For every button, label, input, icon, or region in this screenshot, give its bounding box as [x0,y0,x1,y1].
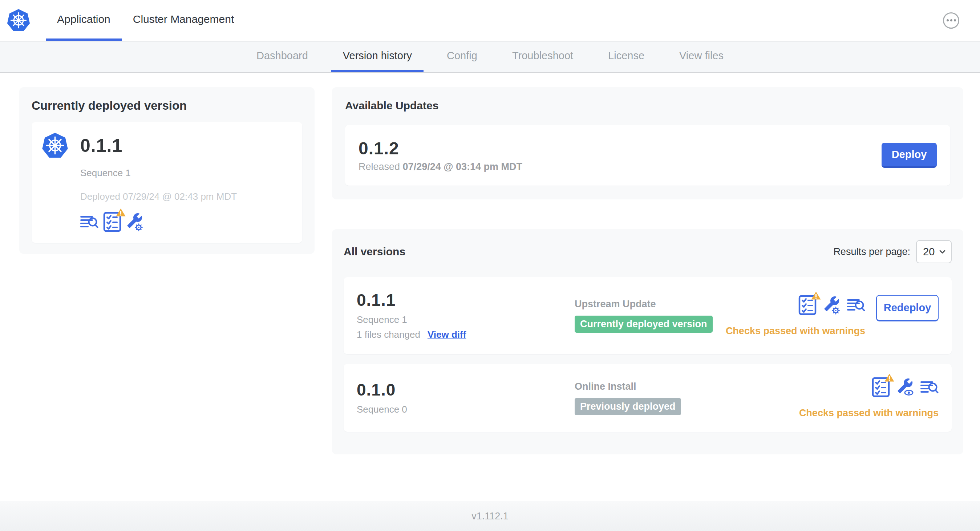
version-source-label: Upstream Update [574,299,726,310]
console-version: v1.112.1 [471,511,509,522]
current-deployed-timestamp: Deployed 07/29/24 @ 02:43 pm MDT [80,191,293,202]
view-diff-link[interactable]: View diff [428,329,466,340]
all-versions-panel: All versions Results per page: 20 0.1.1 … [332,229,963,455]
status-badge-previously-deployed: Previously deployed [574,398,681,415]
redeploy-button[interactable]: Redeploy [876,295,939,321]
version-row: 0.1.1 Sequence 1 1 files changed View di… [344,277,952,354]
preflight-warning-icon [116,208,126,217]
tab-application-label: Application [57,13,110,25]
tab-dashboard-label: Dashboard [256,50,308,62]
deploy-button[interactable]: Deploy [881,143,937,168]
ellipsis-icon [947,19,949,21]
update-version-number: 0.1.2 [358,138,522,158]
edit-config-icon[interactable] [823,295,840,316]
preflight-checks-icon[interactable] [799,295,816,317]
row-version-number: 0.1.1 [357,291,574,309]
row-sequence: Sequence 0 [357,404,574,415]
tab-config[interactable]: Config [435,41,489,72]
currently-deployed-panel: Currently deployed version 0.1.1 Sequenc… [19,87,315,254]
chevron-down-icon [939,250,945,254]
more-menu-button[interactable] [943,12,959,29]
tab-view-files-label: View files [679,50,724,62]
deploy-logs-icon[interactable] [847,299,865,313]
version-row: 0.1.0 Sequence 0 Online Install Previous… [344,364,952,432]
app-kubernetes-icon [41,132,68,159]
app-sub-nav: Dashboard Version history Config Trouble… [0,41,980,73]
files-changed-text: 1 files changed [357,329,420,340]
preflight-checks-status: Checks passed with warnings [799,407,939,419]
released-date: 07/29/24 @ 03:14 pm MDT [403,161,522,172]
topbar-spacer [245,0,943,41]
view-config-icon[interactable] [896,377,914,398]
available-updates-panel: Available Updates 0.1.2 Released 07/29/2… [332,87,963,199]
available-update-card: 0.1.2 Released 07/29/24 @ 03:14 pm MDT D… [345,125,950,186]
right-column: Available Updates 0.1.2 Released 07/29/2… [332,87,963,455]
tab-dashboard[interactable]: Dashboard [245,41,320,72]
main-content: Currently deployed version 0.1.1 Sequenc… [19,87,963,455]
current-version-number: 0.1.1 [80,135,123,156]
current-sequence: Sequence 1 [80,167,293,179]
preflight-warning-icon [811,291,821,300]
available-updates-title: Available Updates [345,100,950,112]
currently-deployed-card: 0.1.1 Sequence 1 Deployed 07/29/24 @ 02:… [32,122,302,243]
preflight-checks-status: Checks passed with warnings [726,326,865,337]
tab-troubleshoot-label: Troubleshoot [512,50,573,62]
edit-config-icon[interactable] [126,212,143,233]
tab-version-history-label: Version history [343,50,412,62]
released-prefix: Released [358,161,400,172]
top-bar: Application Cluster Management [0,0,980,41]
status-badge-currently-deployed: Currently deployed version [574,316,713,333]
tab-view-files[interactable]: View files [668,41,735,72]
tab-version-history[interactable]: Version history [331,41,423,72]
results-per-page-label: Results per page: [833,246,910,258]
row-version-number: 0.1.0 [357,381,574,399]
preflight-checks-icon[interactable] [103,212,121,234]
results-per-page-select[interactable]: 20 [916,240,952,263]
results-per-page-value: 20 [923,246,935,258]
tab-license[interactable]: License [597,41,656,72]
preflight-warning-icon [884,373,895,382]
app-logo-kubernetes-icon [6,8,30,33]
page-footer: v1.112.1 [0,501,980,531]
tab-config-label: Config [447,50,477,62]
all-versions-title: All versions [344,245,406,258]
tab-cluster-management-label: Cluster Management [133,13,234,25]
tab-cluster-management[interactable]: Cluster Management [122,0,245,41]
row-sequence: Sequence 1 [357,314,574,326]
deploy-logs-icon[interactable] [80,216,99,229]
tab-troubleshoot[interactable]: Troubleshoot [501,41,585,72]
tab-license-label: License [608,50,644,62]
update-released-timestamp: Released 07/29/24 @ 03:14 pm MDT [358,161,522,173]
tab-application[interactable]: Application [46,0,122,41]
deploy-logs-icon[interactable] [920,381,939,395]
preflight-checks-icon[interactable] [872,377,890,399]
ellipsis-icon [950,19,952,21]
version-source-label: Online Install [574,381,799,392]
currently-deployed-title: Currently deployed version [32,99,302,113]
ellipsis-icon [954,19,956,21]
